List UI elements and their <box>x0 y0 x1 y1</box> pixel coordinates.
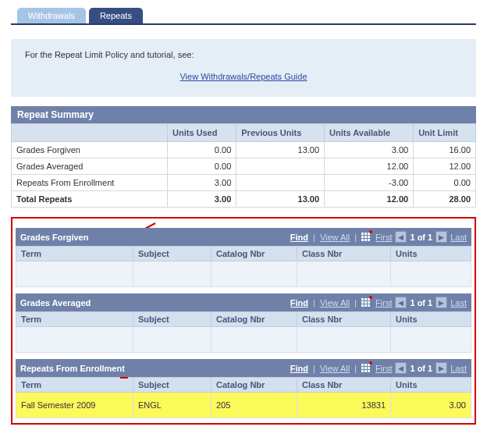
total-label: Total Repeats <box>12 191 168 208</box>
panel-grades-forgiven: Grades Forgiven Find | View All | First … <box>16 228 471 287</box>
pager-last[interactable]: Last <box>450 364 467 373</box>
separator: | <box>354 298 357 308</box>
panel-repeats-from-enrollment: Repeats From Enrollment Find | View All … <box>16 359 471 418</box>
row-avail: -3.00 <box>325 175 414 191</box>
col-term: Term <box>16 312 133 327</box>
cell-class: 13831 <box>297 393 391 418</box>
row-used: 3.00 <box>168 175 236 191</box>
row-used: 0.00 <box>168 142 236 158</box>
row-limit: 0.00 <box>414 175 476 191</box>
row-limit: 16.00 <box>414 142 476 158</box>
grid-icon[interactable] <box>361 233 371 241</box>
pager-prev-icon[interactable]: ◀ <box>395 231 407 243</box>
col-term: Term <box>16 378 133 393</box>
cell-units: 3.00 <box>391 393 471 418</box>
row-avail: 3.00 <box>325 142 414 158</box>
col-subject: Subject <box>133 378 212 393</box>
pager-count: 1 of 1 <box>410 298 432 308</box>
col-catalog: Catalog Nbr <box>212 247 297 261</box>
pager-last[interactable]: Last <box>450 233 467 242</box>
table-row <box>16 327 471 353</box>
pager: First ◀ 1 of 1 ▶ Last <box>375 362 467 374</box>
view-all-link[interactable]: View All <box>320 233 350 242</box>
summary-total-row: Total Repeats 3.00 13.00 12.00 28.00 <box>12 191 476 208</box>
col-units: Units <box>391 378 471 393</box>
pager-first[interactable]: First <box>375 364 392 373</box>
row-label: Grades Averaged <box>12 158 168 175</box>
summary-row: Repeats From Enrollment 3.00 -3.00 0.00 <box>12 175 476 191</box>
row-avail: 12.00 <box>325 158 414 175</box>
repeat-summary-header: Repeat Summary <box>11 106 476 123</box>
summary-row: Grades Forgiven 0.00 13.00 3.00 16.00 <box>12 142 476 158</box>
intro-text: For the Repeat Limit Policy and tutorial… <box>25 50 462 59</box>
repeat-summary-table: Units Used Previous Units Units Availabl… <box>11 123 476 208</box>
pager-last[interactable]: Last <box>450 298 467 308</box>
panel-grades-averaged: Grades Averaged Find | View All | First … <box>16 293 471 353</box>
cell-subject: ENGL <box>133 393 212 418</box>
intro-box: For the Repeat Limit Policy and tutorial… <box>11 39 476 97</box>
table-row <box>16 261 471 287</box>
summary-row: Grades Averaged 0.00 12.00 12.00 <box>12 158 476 175</box>
pager-prev-icon[interactable]: ◀ <box>395 362 407 374</box>
detail-panels: Grades Forgiven Find | View All | First … <box>11 217 476 425</box>
grid-icon[interactable] <box>361 298 371 307</box>
pager-next-icon[interactable]: ▶ <box>435 297 447 308</box>
tab-repeats[interactable]: Repeats <box>89 8 143 23</box>
total-prev: 13.00 <box>236 191 325 208</box>
col-units: Units <box>391 312 471 327</box>
col-units-used: Units Used <box>168 124 236 142</box>
pager-count: 1 of 1 <box>410 364 432 373</box>
col-term: Term <box>16 247 133 261</box>
guide-link[interactable]: View Withdrawals/Repeats Guide <box>180 72 307 81</box>
cell <box>297 327 391 353</box>
cell <box>391 327 471 353</box>
row-label: Grades Forgiven <box>12 142 168 158</box>
row-prev <box>236 175 325 191</box>
pager: First ◀ 1 of 1 ▶ Last <box>375 231 467 243</box>
pager-next-icon[interactable]: ▶ <box>435 362 447 374</box>
tab-withdrawals[interactable]: Withdrawals <box>17 8 86 23</box>
cell-term: Fall Semester 2009 <box>16 393 133 418</box>
find-link[interactable]: Find <box>290 364 308 373</box>
view-all-link[interactable]: View All <box>320 364 350 373</box>
col-units: Units <box>391 247 471 261</box>
cell <box>133 327 212 353</box>
view-all-link[interactable]: View All <box>320 298 350 308</box>
pager-prev-icon[interactable]: ◀ <box>395 297 407 308</box>
row-label: Repeats From Enrollment <box>12 175 168 191</box>
col-unit-limit: Unit Limit <box>414 124 476 142</box>
grid-grades-forgiven: Term Subject Catalog Nbr Class Nbr Units <box>16 246 471 287</box>
find-link[interactable]: Find <box>290 233 308 242</box>
col-units-available: Units Available <box>325 124 414 142</box>
separator: | <box>354 233 357 242</box>
pager-next-icon[interactable]: ▶ <box>435 231 447 243</box>
panel-title: Grades Averaged <box>20 298 137 308</box>
tabs: Withdrawals Repeats <box>11 8 476 25</box>
col-class: Class Nbr <box>297 312 391 327</box>
find-link[interactable]: Find <box>290 298 308 308</box>
total-avail: 12.00 <box>325 191 414 208</box>
cell <box>212 261 297 287</box>
pager-first[interactable]: First <box>375 233 392 242</box>
col-catalog: Catalog Nbr <box>212 378 297 393</box>
grid-grades-averaged: Term Subject Catalog Nbr Class Nbr Units <box>16 311 471 353</box>
cell <box>212 327 297 353</box>
col-catalog: Catalog Nbr <box>212 312 297 327</box>
separator: | <box>313 233 315 242</box>
row-used: 0.00 <box>168 158 236 175</box>
cell <box>16 327 133 353</box>
row-prev: 13.00 <box>236 142 325 158</box>
cell-catalog: 205 <box>212 393 297 418</box>
pager-first[interactable]: First <box>375 298 392 308</box>
cell <box>297 261 391 287</box>
pager: First ◀ 1 of 1 ▶ Last <box>375 297 467 308</box>
col-class: Class Nbr <box>297 378 391 393</box>
col-subject: Subject <box>133 312 212 327</box>
cell <box>16 261 133 287</box>
col-subject: Subject <box>133 247 212 261</box>
col-blank <box>12 124 168 142</box>
row-limit: 12.00 <box>414 158 476 175</box>
panel-title: Repeats From Enrollment <box>20 364 137 373</box>
table-row: Fall Semester 2009 ENGL 205 13831 3.00 <box>16 393 471 418</box>
grid-icon[interactable] <box>361 364 371 372</box>
